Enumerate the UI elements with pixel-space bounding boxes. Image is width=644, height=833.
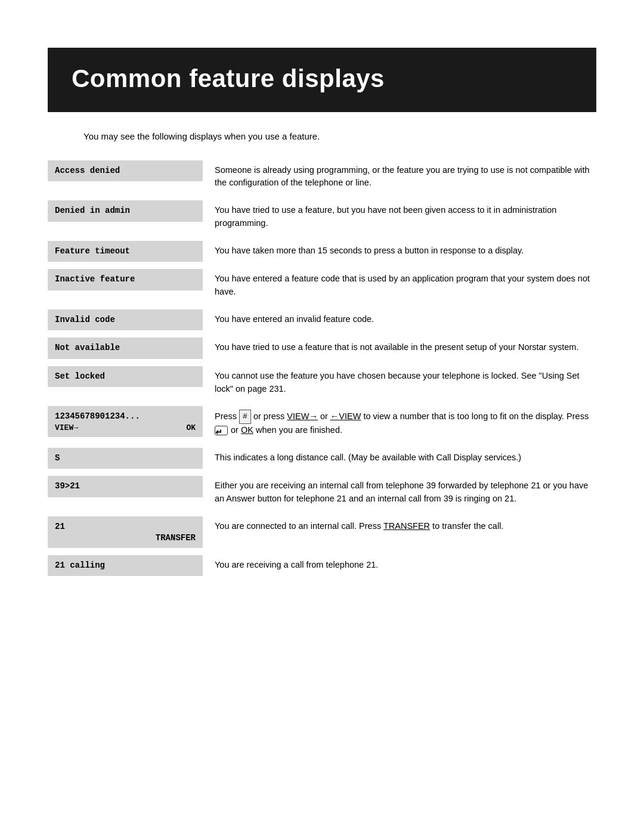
display-access-denied: Access denied xyxy=(48,160,203,182)
display-inactive-feature: Inactive feature xyxy=(48,269,203,290)
desc-twenty-one-calling: You are receiving a call from telephone … xyxy=(215,555,596,575)
row-inactive-feature: Inactive feature You have entered a feat… xyxy=(48,269,596,302)
row-twenty-one-calling: 21 calling You are receiving a call from… xyxy=(48,555,596,577)
display-invalid-code: Invalid code xyxy=(48,309,203,331)
row-feature-timeout: Feature timeout You have taken more than… xyxy=(48,241,596,262)
ok-text: OK xyxy=(241,425,253,435)
desc-access-denied: Someone is already using programming, or… xyxy=(215,160,596,194)
content-area: You may see the following displays when … xyxy=(48,130,596,576)
row-not-available: Not available You have tried to use a fe… xyxy=(48,337,596,359)
header-banner: Common feature displays xyxy=(48,48,596,112)
row-set-locked: Set locked You cannot use the feature yo… xyxy=(48,366,596,400)
display-not-available: Not available xyxy=(48,337,203,359)
desc-s-display: This indicates a long distance call. (Ma… xyxy=(215,448,596,468)
desc-feature-timeout: You have taken more than 15 seconds to p… xyxy=(215,241,596,261)
display-long-number-view: VIEW→ xyxy=(55,423,78,433)
row-s-display: S This indicates a long distance call. (… xyxy=(48,448,596,469)
intro-text: You may see the following displays when … xyxy=(83,130,561,144)
row-long-number: 12345678901234... VIEW→ OK Press # or pr… xyxy=(48,406,596,440)
display-long-number-ok: OK xyxy=(186,423,196,433)
desc-denied-in-admin: You have tried to use a feature, but you… xyxy=(215,200,596,234)
display-twenty-one: 21 TRANSFER xyxy=(48,516,203,548)
desc-set-locked: You cannot use the feature you have chos… xyxy=(215,366,596,400)
desc-invalid-code: You have entered an invalid feature code… xyxy=(215,309,596,330)
desc-forwarding: Either you are receiving an internal cal… xyxy=(215,476,596,509)
return-key-icon: ↵ xyxy=(215,426,228,435)
display-long-number: 12345678901234... VIEW→ OK xyxy=(48,406,203,437)
view-forward-text: VIEW→ xyxy=(287,411,318,421)
view-back-text: ←VIEW xyxy=(330,411,361,421)
display-s: S xyxy=(48,448,203,469)
row-denied-in-admin: Denied in admin You have tried to use a … xyxy=(48,200,596,234)
display-forwarding: 39>21 xyxy=(48,476,203,497)
desc-not-available: You have tried to use a feature that is … xyxy=(215,337,596,358)
desc-inactive-feature: You have entered a feature code that is … xyxy=(215,269,596,302)
display-set-locked: Set locked xyxy=(48,366,203,388)
page-title: Common feature displays xyxy=(72,64,572,93)
row-twenty-one: 21 TRANSFER You are connected to an inte… xyxy=(48,516,596,548)
display-21-transfer: TRANSFER xyxy=(55,532,196,544)
display-feature-timeout: Feature timeout xyxy=(48,241,203,262)
display-21-line1: 21 xyxy=(55,521,196,533)
desc-twenty-one: You are connected to an internal call. P… xyxy=(215,516,596,537)
display-long-number-line1: 12345678901234... xyxy=(55,411,196,423)
display-denied-in-admin: Denied in admin xyxy=(48,200,203,222)
row-access-denied: Access denied Someone is already using p… xyxy=(48,160,596,194)
desc-long-number: Press # or press VIEW→ or ←VIEW to view … xyxy=(215,406,596,440)
row-forwarding: 39>21 Either you are receiving an intern… xyxy=(48,476,596,509)
hash-key: # xyxy=(239,410,251,424)
display-twenty-one-calling: 21 calling xyxy=(48,555,203,577)
row-invalid-code: Invalid code You have entered an invalid… xyxy=(48,309,596,331)
transfer-link: TRANSFER xyxy=(383,521,430,531)
feature-table: Access denied Someone is already using p… xyxy=(48,160,596,577)
page: Common feature displays You may see the … xyxy=(0,48,644,833)
